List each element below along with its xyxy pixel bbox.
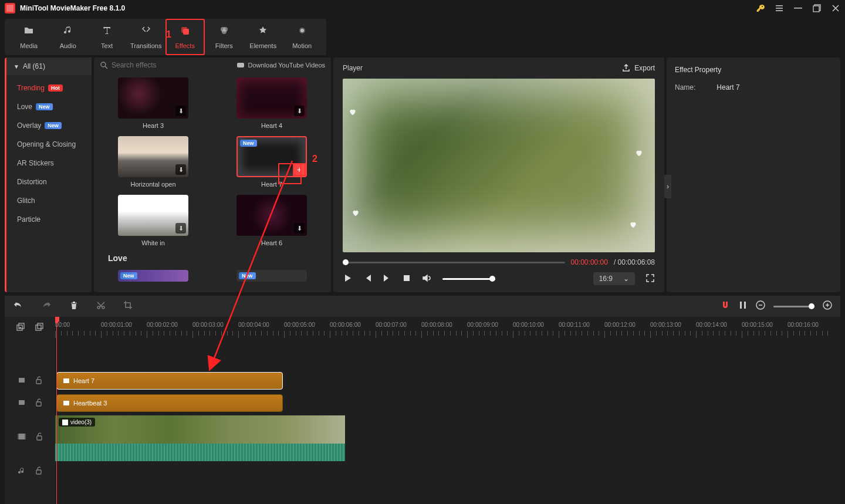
download-icon[interactable]: ⬇ — [175, 164, 186, 175]
sidebar-item-glitch[interactable]: Glitch — [6, 191, 92, 210]
download-youtube-link[interactable]: Download YouTube Videos — [236, 61, 326, 69]
track-head-effect2 — [5, 392, 55, 414]
timeline-body[interactable]: 00:0000:00:01:0000:00:02:0000:00:03:0000… — [55, 317, 840, 504]
sidebar-item-distortion[interactable]: Distortion — [6, 172, 92, 191]
badge-new: New — [36, 103, 53, 110]
effect-horizontal-open[interactable]: ⬇ Horizontal open — [106, 136, 201, 188]
badge-new: New — [240, 140, 257, 147]
lock-icon[interactable] — [36, 432, 43, 442]
next-frame-button[interactable] — [383, 273, 392, 285]
fullscreen-button[interactable] — [645, 273, 655, 285]
volume-slider[interactable] — [442, 278, 495, 280]
aspect-ratio-select[interactable]: 16:9 ⌄ — [593, 272, 635, 285]
sidebar-item-trending[interactable]: Trending Hot — [6, 79, 92, 97]
maximize-icon[interactable] — [812, 4, 822, 13]
tab-elements[interactable]: Elements — [244, 19, 282, 55]
ruler-tick: 00:00:11:00 — [559, 322, 590, 328]
clip-heart7[interactable]: Heart 7 — [56, 372, 283, 390]
tab-text[interactable]: Text — [87, 19, 126, 55]
zoom-out-button[interactable] — [756, 300, 765, 312]
zoom-handle[interactable] — [809, 303, 814, 309]
crop-button[interactable] — [123, 300, 133, 312]
sidebar-item-particle[interactable]: Particle — [6, 210, 92, 229]
close-icon[interactable] — [831, 4, 840, 13]
property-title: Effect Property — [675, 66, 832, 74]
search-input-wrapper[interactable] — [100, 61, 232, 69]
tab-transitions[interactable]: Transitions — [126, 19, 165, 55]
collapse-panel-button[interactable]: › — [664, 175, 671, 198]
ruler-tick: 00:00:07:00 — [376, 322, 407, 328]
tab-motion[interactable]: Motion — [282, 19, 321, 55]
lock-icon[interactable] — [35, 398, 42, 408]
sidebar-item-label: Glitch — [17, 197, 35, 205]
prev-frame-button[interactable] — [363, 273, 372, 285]
effect-track-icon — [18, 376, 26, 386]
clip-heartbeat3[interactable]: Heartbeat 3 — [56, 394, 283, 412]
tab-filters[interactable]: Filters — [205, 19, 244, 55]
badge-new: New — [120, 272, 137, 279]
progress-bar[interactable] — [343, 262, 565, 263]
download-icon[interactable]: ⬇ — [294, 223, 305, 234]
lock-icon[interactable] — [35, 466, 42, 476]
effect-heart3[interactable]: ⬇ Heart 3 — [106, 77, 201, 129]
download-icon[interactable]: ⬇ — [175, 223, 186, 234]
effect-card[interactable]: New — [224, 270, 319, 282]
svg-rect-24 — [19, 378, 25, 383]
key-icon[interactable] — [756, 4, 765, 13]
zoom-in-button[interactable] — [823, 300, 832, 312]
effect-thumbnail: ⬇ — [118, 136, 188, 177]
play-button[interactable] — [343, 273, 352, 285]
effect-heart7[interactable]: New + Heart 7 — [224, 136, 319, 188]
svg-point-11 — [101, 62, 106, 67]
sidebar-item-love[interactable]: Love New — [6, 97, 92, 116]
effect-card[interactable]: New — [106, 270, 201, 282]
search-input[interactable] — [111, 61, 232, 69]
sidebar-item-opening-closing[interactable]: Opening & Closing — [6, 135, 92, 154]
effect-heart6[interactable]: ⬇ Heart 6 — [224, 195, 319, 246]
delete-button[interactable] — [69, 300, 79, 312]
effect-white-in[interactable]: ⬇ White in — [106, 195, 201, 246]
svg-rect-17 — [744, 302, 746, 309]
progress-handle[interactable] — [343, 259, 349, 265]
effect-thumbnail: New + — [236, 136, 307, 177]
timeline-ruler[interactable]: 00:0000:00:01:0000:00:02:0000:00:03:0000… — [55, 317, 840, 339]
sidebar-all-button[interactable]: ▼ All (61) — [6, 57, 92, 75]
add-track-icon[interactable] — [16, 323, 25, 334]
undo-button[interactable] — [13, 300, 23, 313]
align-icon[interactable] — [738, 300, 748, 312]
redo-button[interactable] — [41, 300, 52, 313]
sidebar-item-ar-stickers[interactable]: AR Stickers — [6, 154, 92, 172]
minimize-icon[interactable] — [793, 4, 803, 13]
transitions-icon — [141, 25, 151, 39]
add-effect-button[interactable]: + — [293, 163, 306, 176]
youtube-icon — [236, 61, 245, 69]
zoom-slider[interactable] — [773, 306, 814, 307]
effect-heart4[interactable]: ⬇ Heart 4 — [224, 77, 319, 129]
chevron-down-icon: ▼ — [13, 63, 19, 70]
cut-button[interactable] — [96, 300, 106, 312]
export-button[interactable]: Export — [621, 63, 655, 73]
download-icon[interactable]: ⬇ — [175, 106, 186, 116]
search-icon — [100, 61, 108, 69]
video-preview[interactable] — [343, 79, 655, 252]
audio-track-icon — [18, 466, 26, 476]
volume-icon[interactable] — [421, 273, 432, 285]
chevron-down-icon: ⌄ — [623, 275, 629, 283]
svg-rect-32 — [36, 470, 41, 474]
menu-icon[interactable] — [775, 4, 784, 13]
sidebar: ▼ All (61) Trending Hot Love New Overlay… — [5, 57, 92, 292]
volume-handle[interactable] — [489, 276, 495, 282]
lock-icon[interactable] — [35, 376, 42, 386]
tab-media[interactable]: Media — [9, 19, 48, 55]
sidebar-item-overlay[interactable]: Overlay New — [6, 116, 92, 135]
stop-button[interactable] — [403, 274, 411, 284]
tab-audio[interactable]: Audio — [48, 19, 87, 55]
magnet-icon[interactable] — [721, 300, 730, 312]
clip-video[interactable]: video(3) — [55, 415, 345, 461]
effects-icon — [180, 25, 190, 39]
track-stack-icon[interactable] — [35, 323, 44, 334]
ruler-tick: 00:00:16:00 — [787, 322, 819, 328]
playhead[interactable] — [56, 317, 57, 504]
clip-icon — [63, 377, 70, 384]
download-icon[interactable]: ⬇ — [294, 106, 305, 116]
